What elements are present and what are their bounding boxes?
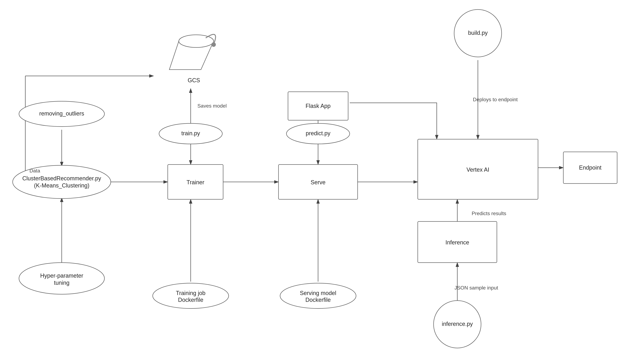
gcs-bucket-node xyxy=(169,34,216,70)
diagram-container: removing_outliers Hyper-parameter tuning… xyxy=(0,0,629,364)
data-label: Data xyxy=(29,168,40,174)
deploys-label: Deploys to endpoint xyxy=(473,97,518,102)
svg-point-20 xyxy=(211,42,216,47)
cluster-recommender-label: ClusterBasedRecommender.py xyxy=(22,175,101,182)
training-dockerfile-label: Training job xyxy=(176,290,206,296)
vertex-ai-label: Vertex AI xyxy=(467,166,489,173)
hyper-parameter-label: Hyper-parameter xyxy=(40,272,83,279)
inference-label: Inference xyxy=(446,239,469,246)
cluster-recommender-node xyxy=(13,165,111,199)
json-label: JSON sample input xyxy=(455,285,498,291)
trainer-label: Trainer xyxy=(186,179,204,186)
predicts-label: Predicts results xyxy=(472,211,506,216)
gcs-label: GCS xyxy=(188,77,200,84)
predict-py-label: predict.py xyxy=(306,130,330,136)
saves-model-label: Saves model xyxy=(197,103,227,109)
serve-label: Serve xyxy=(311,179,325,186)
train-py-label: train.py xyxy=(181,130,200,136)
cluster-recommender-label2: (K-Means_Clustering) xyxy=(34,182,89,189)
flask-app-label: Flask App xyxy=(306,103,330,109)
removing-outliers-label: removing_outliers xyxy=(39,110,84,117)
serving-dockerfile-label2: Dockerfile xyxy=(306,297,331,303)
serving-dockerfile-label: Serving model xyxy=(300,290,336,296)
inference-py-label: inference.py xyxy=(442,321,473,327)
endpoint-label: Endpoint xyxy=(579,164,602,171)
training-dockerfile-label2: Dockerfile xyxy=(178,297,203,303)
hyper-parameter-label2: tuning xyxy=(54,279,69,286)
build-py-label: build.py xyxy=(468,30,488,36)
